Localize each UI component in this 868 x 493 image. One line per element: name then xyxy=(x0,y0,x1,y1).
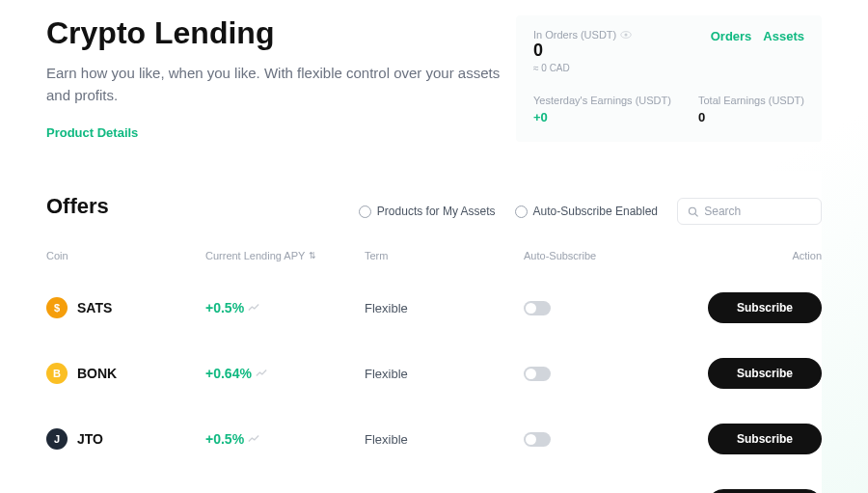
apy-value: +0.64% xyxy=(205,366,365,381)
filter-auto-subscribe[interactable]: Auto-Subscribe Enabled xyxy=(515,205,658,218)
radio-icon xyxy=(515,205,528,218)
subscribe-button[interactable]: Subscribe xyxy=(708,424,822,454)
coin-symbol: JTO xyxy=(77,431,103,447)
stats-card: In Orders (USDT) 0 ≈ 0 CAD Orders Assets… xyxy=(516,15,822,142)
filter-my-assets[interactable]: Products for My Assets xyxy=(359,205,496,218)
chart-icon[interactable] xyxy=(248,434,259,444)
table-row: $SATS+0.5% FlexibleSubscribe xyxy=(46,275,822,341)
filter-my-assets-label: Products for My Assets xyxy=(377,205,496,218)
eye-icon[interactable] xyxy=(620,31,632,39)
yesterday-earnings-label: Yesterday's Earnings (USDT) xyxy=(533,95,671,106)
coin-icon: $ xyxy=(46,297,68,318)
svg-line-3 xyxy=(695,213,698,216)
search-box[interactable] xyxy=(677,198,822,225)
coin-icon: B xyxy=(46,363,68,384)
svg-point-2 xyxy=(689,207,695,214)
col-term: Term xyxy=(365,250,524,261)
col-action: Action xyxy=(678,250,822,261)
coin-cell: $SATS xyxy=(46,297,205,318)
auto-subscribe-toggle[interactable] xyxy=(524,301,551,315)
coin-icon: J xyxy=(46,428,68,450)
in-orders-label: In Orders (USDT) xyxy=(533,29,632,41)
in-orders-value: 0 xyxy=(533,41,632,61)
radio-icon xyxy=(359,205,371,218)
chart-icon[interactable] xyxy=(256,369,267,378)
coin-symbol: BONK xyxy=(77,366,117,381)
total-earnings-label: Total Earnings (USDT) xyxy=(698,95,804,106)
auto-subscribe-toggle[interactable] xyxy=(524,432,551,447)
apy-value: +0.5% xyxy=(205,431,365,447)
table-row: BBONK+0.64% FlexibleSubscribe xyxy=(46,341,822,406)
yesterday-earnings-value: +0 xyxy=(533,110,671,124)
coin-cell: BBONK xyxy=(46,363,205,384)
offers-table: Coin Current Lending APY ⇅ Term Auto-Sub… xyxy=(46,242,822,493)
term-value: Flexible xyxy=(365,432,524,447)
subscribe-button[interactable]: Subscribe xyxy=(708,292,822,323)
filter-auto-label: Auto-Subscribe Enabled xyxy=(533,205,658,218)
in-orders-approx: ≈ 0 CAD xyxy=(533,63,632,73)
chart-icon[interactable] xyxy=(248,303,259,313)
term-value: Flexible xyxy=(365,301,524,315)
total-earnings-value: 0 xyxy=(698,110,804,124)
search-icon xyxy=(688,205,698,218)
col-auto: Auto-Subscribe xyxy=(524,250,678,261)
apy-value: +0.5% xyxy=(205,300,365,315)
subscribe-button[interactable]: Subscribe xyxy=(708,489,822,493)
search-input[interactable] xyxy=(704,205,811,218)
page-subtitle: Earn how you like, when you like. With f… xyxy=(46,63,509,106)
table-row: UUSTC+0.5% FlexibleSubscribe xyxy=(46,472,822,493)
term-value: Flexible xyxy=(365,367,524,381)
orders-link[interactable]: Orders xyxy=(711,29,752,43)
sort-icon: ⇅ xyxy=(309,251,316,260)
table-row: JJTO+0.5% FlexibleSubscribe xyxy=(46,406,822,472)
coin-symbol: SATS xyxy=(77,300,112,315)
product-details-link[interactable]: Product Details xyxy=(46,125,138,140)
auto-subscribe-toggle[interactable] xyxy=(524,367,551,381)
col-apy[interactable]: Current Lending APY ⇅ xyxy=(205,250,365,261)
coin-cell: JJTO xyxy=(46,428,205,450)
col-coin: Coin xyxy=(46,250,205,261)
subscribe-button[interactable]: Subscribe xyxy=(708,358,822,389)
page-title: Crypto Lending xyxy=(46,15,509,51)
assets-link[interactable]: Assets xyxy=(763,29,804,43)
svg-point-1 xyxy=(625,34,628,37)
